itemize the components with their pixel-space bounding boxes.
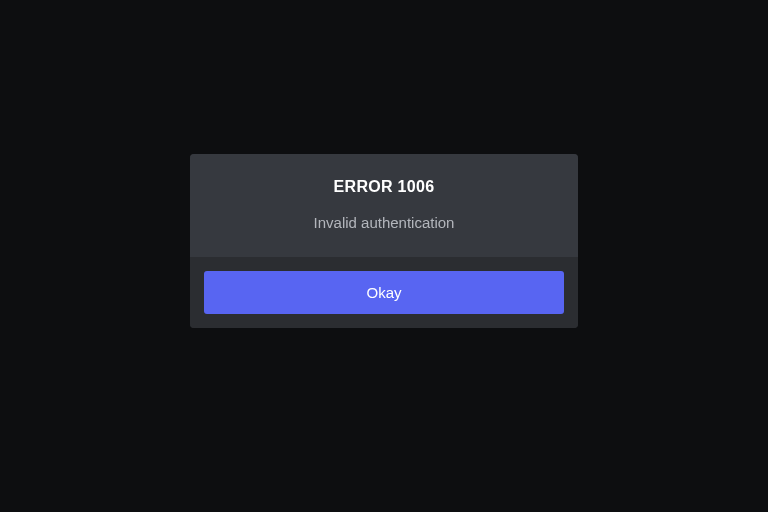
- error-modal: ERROR 1006 Invalid authentication Okay: [190, 154, 578, 328]
- modal-content: ERROR 1006 Invalid authentication: [190, 154, 578, 257]
- okay-button[interactable]: Okay: [204, 271, 564, 314]
- modal-message: Invalid authentication: [206, 214, 562, 231]
- modal-footer: Okay: [190, 257, 578, 328]
- modal-title: ERROR 1006: [206, 178, 562, 196]
